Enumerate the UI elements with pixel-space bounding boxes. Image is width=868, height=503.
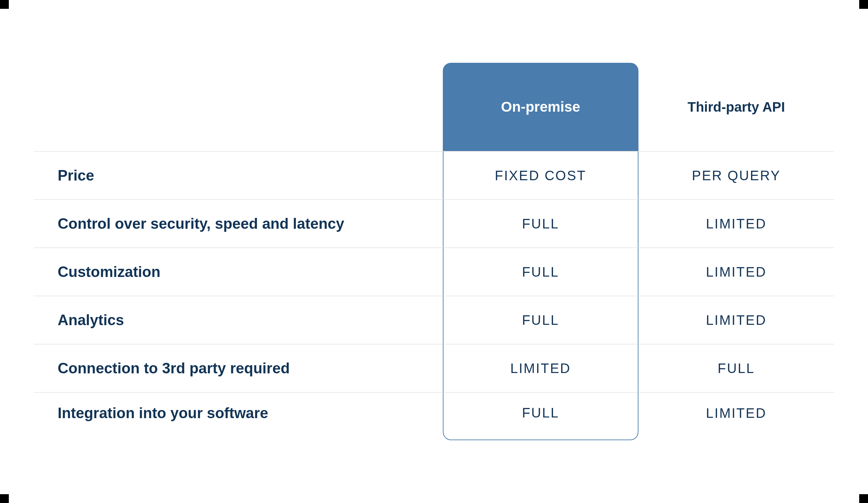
row-value-onpremise: LIMITED — [443, 344, 639, 392]
row-value-thirdparty: FULL — [639, 344, 834, 392]
row-value-thirdparty: LIMITED — [639, 392, 834, 440]
row-value-thirdparty: LIMITED — [639, 295, 834, 344]
comparison-table: On-premise Third-party API Price FIXED C… — [34, 63, 834, 440]
corner-icon — [0, 494, 9, 503]
table-row: Integration into your software FULL LIMI… — [34, 392, 834, 440]
row-label-connection: Connection to 3rd party required — [34, 344, 443, 392]
corner-icon — [859, 494, 868, 503]
row-value-thirdparty: PER QUERY — [639, 151, 834, 199]
row-label-control: Control over security, speed and latency — [34, 199, 443, 248]
row-value-onpremise: FULL — [443, 199, 639, 248]
row-value-thirdparty: LIMITED — [639, 248, 834, 295]
corner-icon — [0, 0, 9, 9]
table-row: Analytics FULL LIMITED — [34, 295, 834, 344]
row-label-integration: Integration into your software — [34, 392, 443, 440]
row-value-onpremise: FULL — [443, 392, 639, 440]
row-label-customization: Customization — [34, 248, 443, 295]
row-value-onpremise: FULL — [443, 248, 639, 295]
header-third-party-api: Third-party API — [639, 63, 834, 151]
table-row: Control over security, speed and latency… — [34, 199, 834, 248]
table-row: Price FIXED COST PER QUERY — [34, 151, 834, 199]
row-label-price: Price — [34, 151, 443, 199]
comparison-table-container: On-premise Third-party API Price FIXED C… — [34, 63, 834, 440]
header-on-premise: On-premise — [443, 63, 639, 151]
row-label-analytics: Analytics — [34, 295, 443, 344]
header-empty — [34, 63, 443, 151]
table-header-row: On-premise Third-party API — [34, 63, 834, 151]
row-value-thirdparty: LIMITED — [639, 199, 834, 248]
row-value-onpremise: FIXED COST — [443, 151, 639, 199]
corner-icon — [859, 0, 868, 9]
row-value-onpremise: FULL — [443, 295, 639, 344]
table-row: Customization FULL LIMITED — [34, 248, 834, 295]
table-row: Connection to 3rd party required LIMITED… — [34, 344, 834, 392]
